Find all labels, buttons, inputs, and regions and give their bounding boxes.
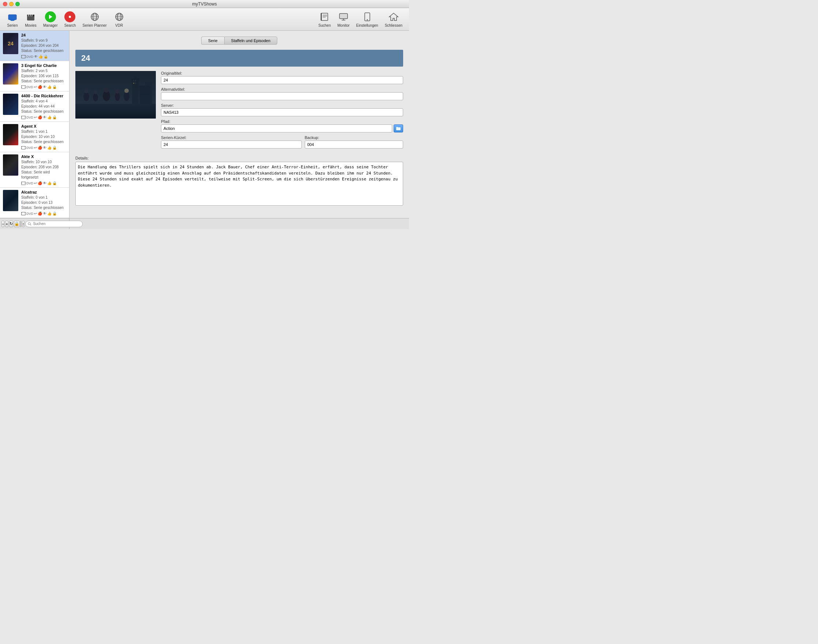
toolbar-search[interactable]: Search — [61, 9, 79, 29]
sidebar-item-charlie[interactable]: 3 Engel für Charlie Staffeln: 2 von 5 Ep… — [0, 61, 69, 92]
pfad-row — [161, 124, 403, 132]
eye-icon-agentx: 👁 — [43, 146, 46, 150]
show-meta-4400: Staffeln: 4 von 4 Episoden: 44 von 44 St… — [21, 99, 66, 114]
dvd-label-4400: DVD — [26, 116, 33, 119]
globe-icon — [89, 11, 101, 23]
folder-button[interactable] — [394, 124, 403, 132]
svg-rect-59 — [21, 212, 22, 213]
lock-button[interactable]: 🔒 — [14, 221, 20, 227]
sidebar-item-alcatraz[interactable]: Alcatraz Staffeln: 0 von 1 Episoden: 0 v… — [0, 188, 69, 218]
lock-icon-alcatraz: 🔒 — [52, 212, 57, 216]
search-input[interactable] — [25, 221, 83, 227]
backup-input[interactable] — [305, 141, 403, 149]
toolbar-suchen[interactable]: Suchen — [316, 9, 334, 29]
server-label: Server: — [161, 103, 403, 107]
toolbar-einstellungen[interactable]: Einstellungen — [353, 9, 381, 29]
pfad-input[interactable] — [161, 124, 392, 132]
detail-content: Originaltitel: Alternativtitel: Server: … — [75, 71, 403, 152]
remove-button[interactable]: − — [2, 221, 5, 227]
show-thumb-aktex — [3, 155, 18, 176]
show-meta-24: Staffeln: 9 von 9 Episoden: 204 von 204 … — [21, 38, 66, 54]
tv-icon — [6, 11, 18, 23]
field-server: Server: — [161, 103, 403, 117]
toolbar-serien-label: Serien — [7, 23, 18, 28]
toolbar-manager-label: Manager — [43, 23, 57, 28]
close-button[interactable] — [3, 2, 7, 6]
eye-icon-alcatraz: 👁 — [43, 212, 46, 216]
show-thumb-alcatraz — [3, 190, 18, 211]
show-info-charlie: 3 Engel für Charlie Staffeln: 2 von 5 Ep… — [21, 63, 66, 89]
serien-kuerzel-input[interactable] — [161, 141, 302, 149]
sidebar-item-24[interactable]: 24 24 Staffeln: 9 von 9 Episoden: 204 vo… — [0, 31, 69, 61]
export-button[interactable]: ↑ — [22, 221, 25, 227]
svg-rect-49 — [21, 148, 22, 149]
toolbar-serien[interactable]: Serien — [4, 9, 21, 29]
server-input[interactable] — [161, 108, 403, 117]
show-detail-image — [75, 71, 156, 118]
lock-icon-24: 🔒 — [43, 55, 48, 58]
show-icons-4400: DVD ↩ 🍎 👁 👍 🔒 — [21, 115, 66, 119]
svg-rect-34 — [21, 57, 22, 57]
title-bar: myTVShows — [0, 0, 409, 8]
toolbar-manager[interactable]: Manager — [40, 9, 60, 29]
toolbar-serien-planner[interactable]: Serien Planner — [80, 9, 109, 29]
show-meta-agentx: Staffeln: 1 von 1 Episoden: 10 von 10 St… — [21, 129, 66, 144]
toolbar-movies[interactable]: Movies — [22, 9, 40, 29]
apple-icon-agentx: 🍎 — [38, 146, 42, 150]
svg-rect-51 — [25, 148, 26, 149]
svg-point-30 — [366, 19, 368, 20]
sidebar-item-agentx[interactable]: Agent X Staffeln: 1 von 1 Episoden: 10 v… — [0, 122, 69, 152]
record-icon — [64, 11, 76, 23]
field-pfad: Pfad: — [161, 119, 403, 132]
thumb-icon-4400: 👍 — [47, 115, 52, 119]
svg-rect-2 — [11, 20, 14, 21]
tab-serie[interactable]: Serie — [201, 37, 224, 44]
toolbar-vdr-label: VDR — [115, 23, 123, 28]
lock-icon-aktex: 🔒 — [52, 181, 57, 185]
svg-line-6 — [30, 15, 31, 17]
field-alternativtitel: Alternativtitel: — [161, 87, 403, 100]
toolbar-monitor[interactable]: Monitor — [334, 9, 352, 29]
show-info-alcatraz: Alcatraz Staffeln: 0 von 1 Episoden: 0 v… — [21, 190, 66, 216]
app-title: myTVShows — [192, 2, 217, 6]
toolbar-suchen-label: Suchen — [318, 23, 331, 28]
book-icon — [319, 11, 330, 23]
show-thumb-24: 24 — [3, 33, 18, 54]
svg-point-9 — [69, 16, 71, 18]
svg-rect-45 — [25, 116, 26, 117]
tablet-icon — [362, 11, 373, 23]
svg-rect-40 — [25, 86, 26, 86]
sidebar: 24 24 Staffeln: 9 von 9 Episoden: 204 vo… — [0, 31, 69, 218]
minimize-button[interactable] — [9, 2, 14, 6]
refresh-button[interactable]: ↻ — [9, 221, 13, 227]
window-controls — [3, 2, 20, 6]
sidebar-bottom-bar: − + ↻ 🔒 ↑ — [0, 218, 69, 229]
sidebar-item-4400[interactable]: 4400 - Die Rückkehrer Staffeln: 4 von 4 … — [0, 92, 69, 122]
dvd-label-24: DVD — [26, 55, 33, 58]
svg-line-5 — [28, 15, 29, 17]
svg-marker-31 — [389, 13, 398, 20]
svg-rect-0 — [8, 15, 17, 20]
svg-rect-26 — [340, 14, 348, 18]
show-title-24: 24 — [21, 33, 66, 37]
show-info-24: 24 Staffeln: 9 von 9 Episoden: 204 von 2… — [21, 33, 66, 58]
alternativtitel-input[interactable] — [161, 92, 403, 100]
tab-staffeln[interactable]: Staffeln und Episoden — [224, 37, 277, 44]
toolbar-right: Suchen Monitor Einstellungen — [316, 9, 405, 29]
svg-rect-62 — [25, 214, 26, 215]
color-button[interactable] — [20, 221, 21, 227]
add-button[interactable]: + — [5, 221, 8, 227]
eye-icon-aktex: 👁 — [43, 181, 46, 185]
details-textarea[interactable]: Die Handlung des Thrillers spielt sich i… — [75, 162, 403, 205]
originaltitel-input[interactable] — [161, 76, 403, 84]
detail-fields: Originaltitel: Alternativtitel: Server: … — [161, 71, 403, 152]
svg-marker-8 — [49, 15, 52, 19]
folder-icon — [396, 126, 401, 130]
sidebar-item-aktex[interactable]: Akte X Staffeln: 10 von 10 Episoden: 208… — [0, 152, 69, 188]
maximize-button[interactable] — [15, 2, 20, 6]
details-section: Details: Die Handlung des Thrillers spie… — [75, 156, 403, 206]
home-icon — [388, 11, 400, 23]
refresh-icon-alcatraz: ↩ — [34, 212, 37, 216]
toolbar-vdr[interactable]: VDR — [110, 9, 128, 29]
toolbar-schliessen[interactable]: Schliessen — [382, 9, 405, 29]
